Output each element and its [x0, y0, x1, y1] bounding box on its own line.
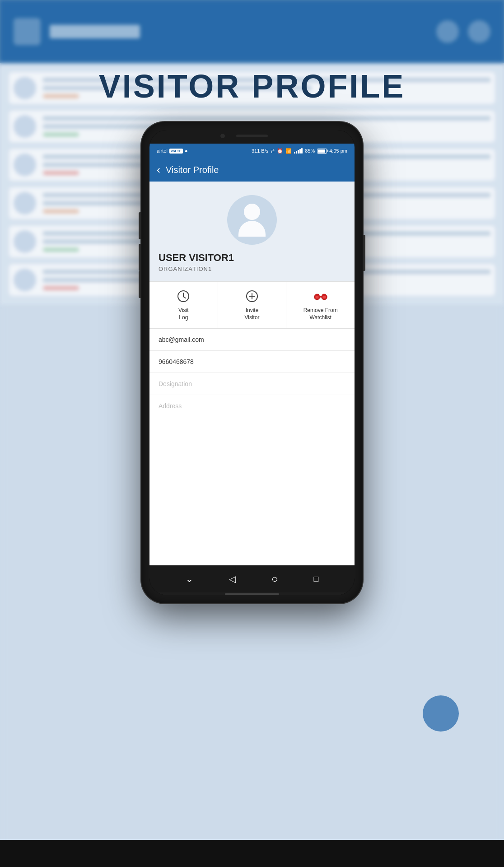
bottom-bar — [0, 840, 504, 867]
fingerprint-sensor — [225, 593, 279, 595]
carrier-name: airtel — [157, 148, 168, 154]
battery-icon — [317, 149, 327, 154]
visit-log-button[interactable]: VisitLog — [149, 282, 218, 328]
actions-row: VisitLog InviteVisi — [149, 281, 355, 329]
invite-visitor-button[interactable]: InviteVisitor — [218, 282, 287, 328]
address-field: Address — [149, 395, 355, 417]
wifi-icon: 📶 — [285, 148, 292, 154]
address-value: Address — [159, 402, 182, 410]
data-speed: 311 B/s — [252, 148, 268, 154]
remove-watchlist-button[interactable]: Remove FromWatchlist — [286, 282, 355, 328]
svg-line-2 — [183, 297, 186, 298]
carrier-info: airtel VoLTE ● — [157, 148, 188, 154]
nav-back-button[interactable]: ◁ — [229, 573, 236, 584]
alarm-icon: ⏰ — [277, 148, 283, 154]
back-button[interactable]: ‹ — [157, 164, 160, 175]
nav-bar: ⌄ ◁ ○ □ — [149, 565, 355, 592]
nav-home-button[interactable]: ○ — [271, 573, 278, 585]
app-header: ‹ Visitor Profile — [149, 158, 355, 182]
svg-rect-11 — [315, 294, 319, 296]
avatar-container — [159, 195, 345, 245]
sync-icon: ⇄ — [271, 148, 275, 154]
background-fab — [423, 695, 459, 732]
phone-bottom-bar — [149, 592, 355, 595]
signal-bars — [294, 148, 303, 154]
front-camera — [220, 134, 225, 138]
designation-field: Designation — [149, 373, 355, 395]
profile-section: USER VISITOR1 ORGANIZATION1 — [149, 182, 355, 281]
invite-visitor-label: InviteVisitor — [244, 307, 259, 321]
page-title: VISITOR PROFILE — [0, 68, 504, 105]
lte-badge: VoLTE — [169, 149, 183, 154]
wifi-dot: ● — [185, 148, 188, 154]
binoculars-icon — [313, 289, 328, 303]
clock-icon — [176, 289, 191, 303]
user-name: USER VISITOR1 — [159, 252, 234, 264]
remove-watchlist-label: Remove FromWatchlist — [303, 307, 338, 321]
earpiece — [236, 135, 268, 137]
user-organization: ORGANIZATION1 — [159, 266, 212, 272]
nav-chevron-button[interactable]: ⌄ — [186, 573, 193, 584]
visit-log-label: VisitLog — [178, 307, 188, 321]
phone-field: 9660468678 — [149, 351, 355, 373]
page-title-container: VISITOR PROFILE — [0, 68, 504, 105]
avatar-person-icon — [238, 204, 266, 237]
phone-screen-area: airtel VoLTE ● 311 B/s ⇄ ⏰ 📶 — [149, 130, 355, 595]
plus-circle-icon — [245, 289, 259, 303]
designation-value: Designation — [159, 380, 192, 387]
svg-point-7 — [315, 295, 318, 298]
time: 4:05 pm — [329, 148, 347, 154]
svg-rect-10 — [319, 296, 322, 298]
avatar-body — [238, 221, 266, 237]
phone-outer-shell: airtel VoLTE ● 311 B/s ⇄ ⏰ 📶 — [141, 122, 363, 603]
app-header-title: Visitor Profile — [166, 165, 219, 175]
phone-value: 9660468678 — [159, 358, 194, 365]
status-bar-right: 311 B/s ⇄ ⏰ 📶 85% 4:05 pm — [252, 148, 347, 154]
svg-point-9 — [322, 295, 326, 298]
nav-recents-button[interactable]: □ — [314, 574, 319, 584]
status-bar: airtel VoLTE ● 311 B/s ⇄ ⏰ 📶 — [149, 144, 355, 158]
phone-mockup: airtel VoLTE ● 311 B/s ⇄ ⏰ 📶 — [141, 122, 363, 603]
battery-percent: 85% — [305, 148, 315, 154]
email-value: abc@gmail.com — [159, 336, 204, 343]
app-content: USER VISITOR1 ORGANIZATION1 — [149, 182, 355, 565]
avatar — [227, 195, 277, 245]
svg-rect-12 — [322, 294, 326, 296]
avatar-head — [244, 204, 260, 220]
email-field: abc@gmail.com — [149, 329, 355, 351]
